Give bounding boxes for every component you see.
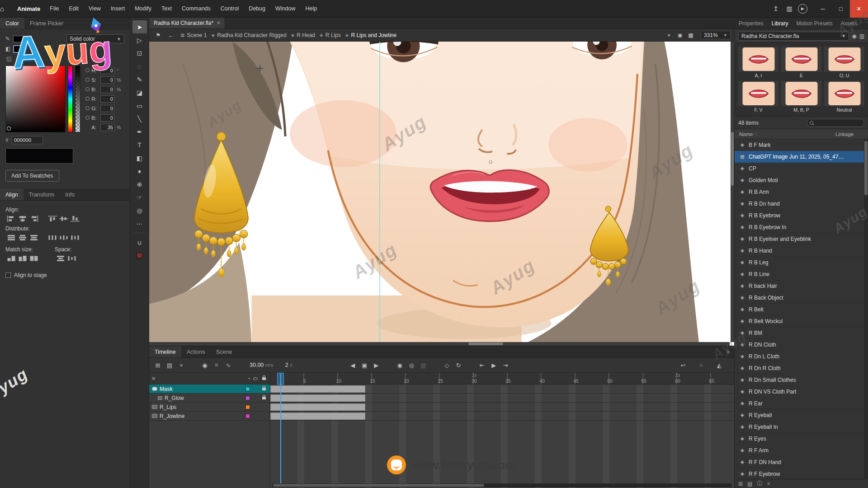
asset-warp-tool[interactable]: ⊕ <box>132 178 147 191</box>
library-document-dropdown[interactable]: Radha Kid Character.fla ▼ <box>738 32 849 41</box>
radio-icon[interactable] <box>85 106 90 110</box>
library-item-name[interactable]: R B Dn hand <box>749 201 863 207</box>
scrollbar-thumb[interactable] <box>468 343 503 345</box>
center-frame-button[interactable]: ○ <box>695 360 707 371</box>
layer-lock-toggle[interactable] <box>261 397 267 399</box>
library-item-name[interactable]: R Ear <box>749 400 863 407</box>
color-value-input[interactable] <box>100 114 115 122</box>
rectangle-tool[interactable]: ▭ <box>132 99 147 112</box>
layer-parenting-button[interactable]: ⌗ <box>211 360 222 371</box>
subselection-tool[interactable]: ▷ <box>132 33 147 47</box>
space-horizontally-button[interactable] <box>66 254 77 263</box>
library-item-name[interactable]: R Dn R Cloth <box>749 365 863 371</box>
add-to-swatches-button[interactable]: Add To Swatches <box>5 170 59 182</box>
layer-name[interactable]: Mask <box>160 386 243 392</box>
library-item-name[interactable]: B F Mark <box>749 142 863 148</box>
color-panel-tab[interactable]: Frame Picker <box>24 18 69 29</box>
edit-multiple-frames-button[interactable]: ▥ <box>417 360 429 371</box>
linkage-column-header[interactable]: Linkage <box>835 131 863 137</box>
library-item-name[interactable]: R F DN Hand <box>749 459 863 465</box>
current-frame-value[interactable]: 2 <box>285 362 288 368</box>
timeline-ruler[interactable]: 1s2s 5101520253035404550556065 <box>270 373 734 385</box>
add-marker-button[interactable]: ▣ <box>359 360 370 371</box>
library-item-row[interactable]: R B Arm <box>735 186 868 198</box>
layer-outline-color[interactable] <box>245 414 250 418</box>
library-item-row[interactable]: R DN VS Cloth Part <box>735 386 868 398</box>
outline-column-icon[interactable]: • <box>248 376 250 381</box>
library-item-row[interactable]: R Dn Small Clothes <box>735 374 868 386</box>
step-forward-button[interactable]: ▶ <box>370 360 382 371</box>
color-picker-marker[interactable] <box>7 127 11 131</box>
new-folder-button[interactable]: ▤ <box>164 360 175 371</box>
breadcrumb-item[interactable]: ◈R Head <box>289 32 317 38</box>
library-item-row[interactable]: R Belt <box>735 304 868 315</box>
menu-item[interactable]: Help <box>300 0 322 18</box>
onion-skin-button[interactable]: ◉ <box>394 360 406 371</box>
library-item-name[interactable]: Golden Moti <box>749 177 863 183</box>
right-panel-tab[interactable]: Motion Presets <box>792 18 836 29</box>
distribute-left-button[interactable] <box>47 233 58 242</box>
library-item-name[interactable]: R B Arm <box>749 189 863 195</box>
mouth-shape-thumbnail[interactable]: A, I <box>738 47 778 78</box>
library-item-name[interactable]: R B Hand <box>749 248 863 254</box>
fps-value[interactable]: 30.00 <box>250 362 264 368</box>
eye-icon[interactable] <box>253 377 258 380</box>
library-item-name[interactable]: R Eyeball <box>749 412 863 418</box>
right-panel-tab[interactable]: Properties <box>735 18 768 29</box>
item-properties-button[interactable]: ⓘ <box>757 480 762 488</box>
text-tool[interactable]: T <box>132 138 147 151</box>
color-type-dropdown[interactable]: Solid color ▼ <box>66 34 124 43</box>
app-menu-animate[interactable]: Animate <box>17 5 40 12</box>
back-icon[interactable]: ← <box>165 30 176 40</box>
layer-frames-strip[interactable] <box>270 394 365 402</box>
insert-frame-button[interactable]: ◇ <box>441 360 453 371</box>
timeline-horizontal-scrollbar[interactable] <box>272 483 731 487</box>
loop-button[interactable]: ↻ <box>453 360 464 371</box>
library-item-name[interactable]: R DN VS Cloth Part <box>749 389 863 395</box>
color-value-input[interactable] <box>100 86 115 93</box>
distribute-horizontal-center-button[interactable] <box>58 233 69 242</box>
library-item-name[interactable]: R DN Cloth <box>749 342 863 348</box>
library-item-name[interactable]: R BM <box>749 330 863 336</box>
library-item-row[interactable]: R Eyes <box>735 433 868 445</box>
library-item-row[interactable]: R Belt Wockul <box>735 315 868 327</box>
library-item-name[interactable]: R back Hair <box>749 283 863 289</box>
alpha-input[interactable] <box>100 124 115 131</box>
mouth-shape-thumbnail[interactable]: E <box>781 47 821 78</box>
match-width-button[interactable] <box>5 254 17 263</box>
timeline-layer-row[interactable]: R_Lips <box>149 403 734 412</box>
color-value-input[interactable] <box>100 67 115 74</box>
stroke-pencil-icon[interactable]: ✎ <box>5 36 10 42</box>
share-icon[interactable]: ↥ <box>769 0 783 18</box>
layer-name[interactable]: R_Jowline <box>160 413 243 419</box>
workspace-icon[interactable]: ▥ <box>783 0 796 18</box>
align-panel-tab[interactable]: Align <box>0 189 24 200</box>
library-item-name[interactable]: ChatGPT Image Jun 11, 2025, 05_47… <box>749 154 863 160</box>
home-icon[interactable]: ⌂ <box>0 5 15 13</box>
library-item-name[interactable]: R B Leg <box>749 259 863 266</box>
camera-button[interactable]: ◉ <box>199 360 211 371</box>
align-top-edge-button[interactable] <box>47 214 58 223</box>
menu-item[interactable]: Insert <box>106 0 130 18</box>
library-item-row[interactable]: R B Eyeliser and Eyeblink <box>735 233 868 245</box>
edit-symbols-button[interactable]: ▦ <box>685 30 696 40</box>
match-height-button[interactable] <box>17 254 28 263</box>
no-color-icon[interactable]: ⊘ <box>25 56 29 62</box>
mouth-shape-thumbnail[interactable]: M, B, P <box>781 81 821 113</box>
align-right-edge-button[interactable] <box>28 214 39 223</box>
zoom-dropdown[interactable]: 331% ▼ <box>701 31 731 39</box>
library-item-row[interactable]: R Dn R Cloth <box>735 362 868 374</box>
layer-outline-color[interactable] <box>245 405 250 409</box>
library-item-row[interactable]: R B Leg <box>735 257 868 268</box>
stage-canvas[interactable] <box>149 42 734 346</box>
menu-item[interactable]: Modify <box>130 0 156 18</box>
snap-to-objects-button[interactable]: ∪ <box>132 236 147 249</box>
camera-toggle-button[interactable]: ◉ <box>675 30 685 40</box>
layer-lock-toggle[interactable] <box>261 388 267 390</box>
default-colors-icon[interactable]: ◱ <box>6 56 11 62</box>
library-item-row[interactable]: R Back Object <box>735 292 868 304</box>
more-tools[interactable]: ⋯ <box>132 217 147 230</box>
mouth-shape-thumbnail[interactable]: Neutral <box>824 81 864 113</box>
lasso-tool[interactable]: ◌ <box>132 60 147 73</box>
match-width-height-button[interactable] <box>28 254 39 263</box>
